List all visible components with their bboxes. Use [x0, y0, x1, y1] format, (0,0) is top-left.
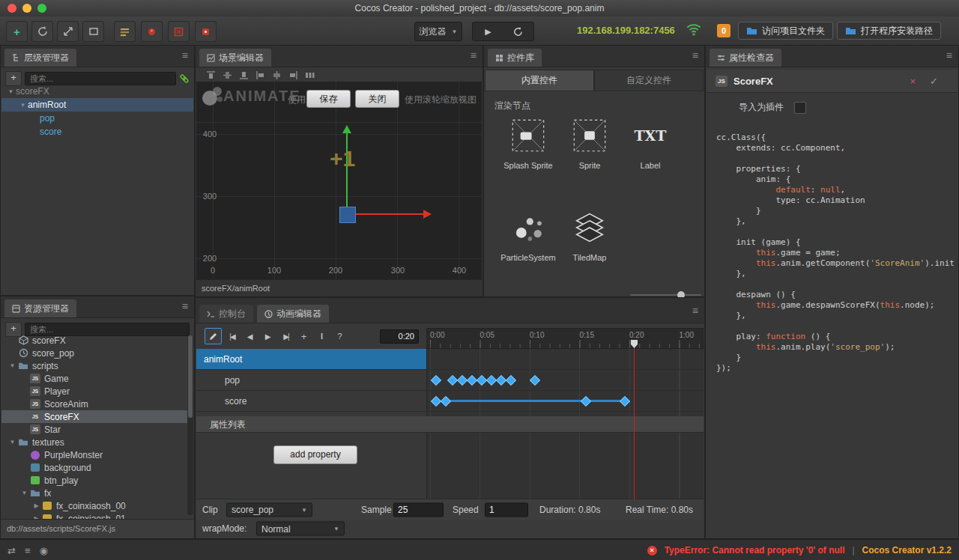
menu-icon[interactable]: ≡ — [946, 49, 952, 61]
expand-arrow[interactable]: ▼ — [18, 102, 28, 109]
current-time-display[interactable] — [380, 329, 419, 344]
menu-icon[interactable]: ≡ — [182, 49, 188, 61]
animation-row-label[interactable]: score — [196, 391, 426, 411]
swap-icon[interactable]: ⇄ — [7, 545, 16, 556]
gizmo-y-axis[interactable] — [346, 133, 348, 213]
keyframe-diamond[interactable] — [581, 396, 591, 407]
menu-icon[interactable]: ≡ — [692, 49, 698, 61]
timeline-ruler[interactable]: 0:000:050:100:150:201:00 — [426, 328, 704, 349]
console-tab[interactable]: 控制台 — [199, 305, 253, 323]
expand-arrow[interactable]: ▶ — [31, 502, 41, 509]
plugin-button-4[interactable] — [195, 21, 217, 42]
rect-tool-button[interactable] — [82, 21, 104, 42]
menu-icon[interactable]: ≡ — [182, 300, 188, 312]
asset-item-fx_coinxiaosh_00[interactable]: ▶fx_coinxiaosh_00 — [1, 499, 193, 512]
refresh-button[interactable] — [503, 22, 534, 41]
expand-arrow[interactable]: ▼ — [7, 439, 17, 445]
record-button[interactable] — [205, 328, 222, 344]
asset-item-ScoreFX[interactable]: JSScoreFX — [1, 410, 193, 423]
keyframe-diamond[interactable] — [530, 375, 540, 386]
library-tab[interactable]: 控件库 — [488, 49, 542, 67]
align-right-icon[interactable] — [288, 70, 298, 80]
help-button[interactable]: ? — [332, 329, 348, 344]
asset-item-ScoreAnim[interactable]: JSScoreAnim — [1, 398, 193, 410]
align-top-icon[interactable] — [206, 70, 216, 80]
error-message[interactable]: TypeError: Cannot read property '0' of n… — [665, 545, 845, 556]
move-tool-button[interactable]: + — [6, 21, 28, 42]
asset-item-Star[interactable]: JSStar — [1, 423, 193, 436]
preview-ip-address[interactable]: 192.168.199.182:7456 — [577, 25, 675, 36]
tab-builtin-controls[interactable]: 内置控件 — [485, 70, 594, 91]
inspector-tab[interactable]: 属性检查器 — [710, 49, 781, 67]
asset-item-Player[interactable]: JSPlayer — [1, 385, 193, 398]
menu-icon[interactable]: ≡ — [692, 305, 698, 317]
assets-scrollbar-thumb[interactable] — [188, 335, 193, 418]
align-center-icon[interactable] — [272, 70, 282, 80]
animation-row-track[interactable] — [426, 349, 704, 369]
hierarchy-search-input[interactable] — [25, 72, 176, 85]
asset-item-background[interactable]: background — [1, 461, 193, 474]
asset-item-PurpleMonster[interactable]: PurpleMonster — [1, 448, 193, 461]
sample-input[interactable] — [393, 502, 444, 517]
keyframe-diamond[interactable] — [506, 375, 516, 386]
animation-row-label[interactable]: pop — [196, 370, 426, 390]
close-animation-button[interactable]: 关闭 — [355, 90, 399, 108]
confirm-icon[interactable]: ✓ — [930, 76, 938, 87]
animation-row-track[interactable] — [426, 370, 704, 390]
asset-item-scripts[interactable]: ▼scripts — [1, 359, 193, 372]
hierarchy-node-animRoot[interactable]: ▼animRoot — [1, 98, 193, 112]
play-button[interactable]: ▶ — [472, 22, 504, 41]
library-item-tiledmap[interactable]: TiledMap — [559, 207, 620, 262]
plugin-button-3[interactable] — [168, 21, 190, 42]
plugin-button-1[interactable] — [114, 21, 136, 42]
browser-select[interactable]: 浏览器 ▼ — [414, 22, 462, 41]
asset-item-btn_play[interactable]: btn_play — [1, 474, 193, 487]
add-property-button[interactable]: add property — [273, 445, 357, 464]
asset-item-Game[interactable]: JSGame — [1, 372, 193, 385]
open-project-folder-button[interactable]: 访问项目文件夹 — [738, 22, 833, 40]
eye-icon[interactable]: ◉ — [40, 545, 48, 556]
hierarchy-node-pop[interactable]: pop — [1, 112, 193, 125]
error-count-badge[interactable]: 0 — [717, 24, 730, 37]
animation-row-label[interactable]: animRoot — [196, 349, 426, 369]
animation-editor-tab[interactable]: 动画编辑器 — [257, 305, 329, 323]
list-icon[interactable]: ≡ — [25, 545, 31, 556]
align-left-icon[interactable] — [255, 70, 265, 80]
previous-frame-button[interactable]: ◀ — [242, 329, 258, 344]
gizmo-x-axis[interactable] — [348, 213, 423, 215]
distribute-icon[interactable] — [305, 70, 315, 80]
gizmo-origin-handle[interactable] — [339, 207, 356, 223]
assets-tab[interactable]: 资源管理器 — [4, 299, 76, 317]
assets-scrollbar[interactable] — [187, 335, 193, 515]
expand-arrow[interactable]: ▼ — [7, 362, 17, 369]
insert-event-button[interactable]: I — [314, 329, 330, 344]
scene-tab[interactable]: 场景编辑器 — [199, 49, 271, 67]
asset-item-textures[interactable]: ▼textures — [1, 436, 193, 448]
playhead-line[interactable] — [634, 347, 635, 499]
asset-item-scoreFX[interactable]: scoreFX — [1, 334, 193, 347]
save-animation-button[interactable]: 保存 — [306, 90, 351, 108]
tab-custom-controls[interactable]: 自定义控件 — [594, 70, 704, 91]
keyframe-diamond[interactable] — [441, 396, 451, 407]
jump-to-start-button[interactable]: |◀ — [224, 329, 240, 344]
library-item-splash-sprite[interactable]: Splash Sprite — [497, 115, 559, 170]
score-popup-node[interactable]: +1 — [330, 146, 355, 171]
asset-item-fx[interactable]: ▼fx — [1, 487, 193, 499]
link-icon[interactable] — [179, 73, 190, 84]
clip-select[interactable]: score_pop ▼ — [226, 502, 312, 517]
keyframe-diamond[interactable] — [431, 375, 441, 386]
open-install-path-button[interactable]: 打开程序安装路径 — [837, 22, 941, 40]
hierarchy-node-score[interactable]: score — [1, 125, 193, 139]
expand-arrow[interactable]: ▼ — [6, 88, 16, 95]
expand-arrow[interactable]: ▼ — [19, 490, 29, 496]
menu-icon[interactable]: ≡ — [471, 49, 477, 61]
plugin-button-2[interactable] — [141, 21, 163, 42]
play-animation-button[interactable]: ▶ — [260, 329, 276, 344]
align-bottom-icon[interactable] — [239, 70, 249, 80]
wrapmode-select[interactable]: Normal ▼ — [256, 522, 345, 536]
scene-canvas[interactable]: ANIMATE 使用 保存 关闭 使用滚轮缩放视图 40030020001002… — [196, 82, 482, 280]
align-middle-icon[interactable] — [223, 70, 232, 80]
animation-row-track[interactable] — [426, 391, 704, 411]
add-node-button[interactable]: + — [5, 71, 22, 86]
next-frame-button[interactable]: ▶| — [278, 329, 294, 344]
